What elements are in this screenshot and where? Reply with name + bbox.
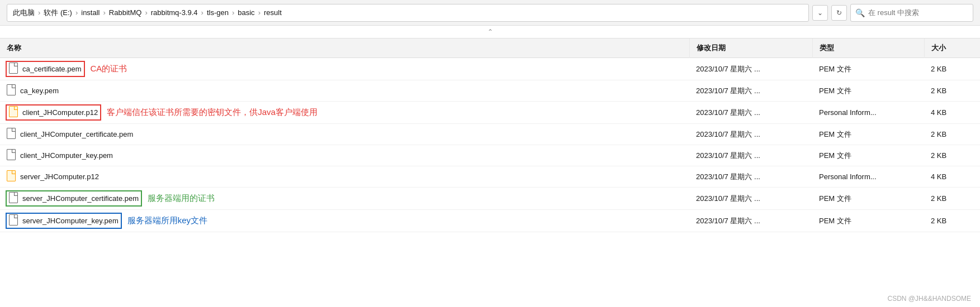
file-name-cell: client_JHComputer.p12客户端信任该证书所需要的密钥文件，供J… [0, 102, 689, 124]
file-name-cell: server_JHComputer.p12 [0, 166, 689, 188]
search-input[interactable] [868, 8, 968, 17]
address-controls: ⌄ ↻ [812, 5, 847, 21]
file-name: client_JHComputer_key.pem [20, 151, 113, 160]
pem-file-icon [9, 63, 18, 75]
table-row[interactable]: client_JHComputer_key.pem2023/10/7 星期六 .… [0, 145, 980, 166]
file-name-cell: server_JHComputer_key.pem服务器端所用key文件 [0, 210, 689, 232]
file-annotation: 服务器端用的证书 [148, 193, 215, 204]
file-size: 2 KB [924, 145, 980, 166]
file-name: server_JHComputer.p12 [20, 172, 99, 181]
col-name[interactable]: 名称 [0, 39, 689, 58]
dropdown-button[interactable]: ⌄ [812, 5, 828, 21]
table-row[interactable]: server_JHComputer_key.pem服务器端所用key文件2023… [0, 210, 980, 232]
file-name-cell: client_JHComputer_key.pem [0, 145, 689, 166]
file-modified: 2023/10/7 星期六 ... [689, 210, 812, 232]
file-name-cell: ca_key.pem [0, 80, 689, 102]
table-row[interactable]: server_JHComputer.p122023/10/7 星期六 ...Pe… [0, 166, 980, 188]
breadcrumb-separator: › [75, 8, 78, 17]
breadcrumb-item[interactable]: 此电脑 [13, 8, 35, 18]
breadcrumb-item[interactable]: 软件 (E:) [44, 8, 72, 18]
file-modified: 2023/10/7 星期六 ... [689, 188, 812, 210]
breadcrumb-separator: › [145, 8, 147, 17]
file-table: 名称 修改日期 类型 大小 ca_certificate.pemCA的证书202… [0, 39, 980, 232]
table-row[interactable]: ca_key.pem2023/10/7 星期六 ...PEM 文件2 KB [0, 80, 980, 102]
file-type: PEM 文件 [812, 145, 924, 166]
file-annotation: CA的证书 [91, 64, 127, 74]
file-size: 2 KB [924, 188, 980, 210]
file-type: PEM 文件 [812, 124, 924, 145]
file-size: 4 KB [924, 102, 980, 124]
file-modified: 2023/10/7 星期六 ... [689, 80, 812, 102]
breadcrumb[interactable]: 此电脑›软件 (E:)›install›RabbitMQ›rabbitmq-3.… [7, 4, 809, 22]
breadcrumb-separator: › [258, 8, 261, 17]
breadcrumb-separator: › [232, 8, 234, 17]
file-type: Personal Inform... [812, 166, 924, 188]
pem-file-icon [7, 149, 16, 162]
breadcrumb-separator: › [201, 8, 203, 17]
file-name-cell: ca_certificate.pemCA的证书 [0, 58, 689, 80]
p12-file-icon [9, 106, 18, 119]
file-modified: 2023/10/7 星期六 ... [689, 166, 812, 188]
breadcrumb-item[interactable]: result [264, 8, 282, 17]
file-size: 2 KB [924, 210, 980, 232]
file-size: 2 KB [924, 80, 980, 102]
search-box[interactable]: 🔍 [850, 4, 973, 22]
table-row[interactable]: ca_certificate.pemCA的证书2023/10/7 星期六 ...… [0, 58, 980, 80]
file-name: server_JHComputer_certificate.pem [22, 194, 139, 203]
refresh-button[interactable]: ↻ [831, 5, 847, 21]
file-type: PEM 文件 [812, 80, 924, 102]
pem-file-icon [7, 84, 16, 97]
file-size: 4 KB [924, 166, 980, 188]
file-name: server_JHComputer_key.pem [22, 217, 119, 225]
address-bar: 此电脑›软件 (E:)›install›RabbitMQ›rabbitmq-3.… [0, 0, 980, 26]
pem-file-icon [7, 128, 16, 141]
col-modified[interactable]: 修改日期 [689, 39, 812, 58]
file-type: PEM 文件 [812, 210, 924, 232]
file-annotation: 服务器端所用key文件 [127, 215, 207, 226]
table-row[interactable]: server_JHComputer_certificate.pem服务器端用的证… [0, 188, 980, 210]
file-name: client_JHComputer.p12 [22, 108, 98, 117]
file-size: 2 KB [924, 58, 980, 80]
file-name-cell: client_JHComputer_certificate.pem [0, 124, 689, 145]
watermark: CSDN @JH&&HANDSOME [887, 295, 971, 303]
breadcrumb-separator: › [38, 8, 40, 17]
file-name: ca_certificate.pem [22, 65, 82, 73]
file-modified: 2023/10/7 星期六 ... [689, 124, 812, 145]
file-size: 2 KB [924, 124, 980, 145]
file-modified: 2023/10/7 星期六 ... [689, 102, 812, 124]
file-name: ca_key.pem [20, 87, 59, 95]
breadcrumb-item[interactable]: install [81, 8, 100, 17]
search-icon: 🔍 [855, 8, 865, 17]
sort-indicator: ⌃ [0, 26, 980, 39]
col-size[interactable]: 大小 [924, 39, 980, 58]
file-type: Personal Inform... [812, 102, 924, 124]
table-row[interactable]: client_JHComputer_certificate.pem2023/10… [0, 124, 980, 145]
file-type: PEM 文件 [812, 58, 924, 80]
file-name-cell: server_JHComputer_certificate.pem服务器端用的证… [0, 188, 689, 210]
breadcrumb-item[interactable]: basic [238, 8, 254, 17]
table-row[interactable]: client_JHComputer.p12客户端信任该证书所需要的密钥文件，供J… [0, 102, 980, 124]
file-type: PEM 文件 [812, 188, 924, 210]
breadcrumb-separator: › [103, 8, 106, 17]
file-annotation: 客户端信任该证书所需要的密钥文件，供Java客户端使用 [107, 107, 318, 118]
table-header: 名称 修改日期 类型 大小 [0, 39, 980, 58]
pem-file-icon [9, 192, 18, 205]
breadcrumb-item[interactable]: rabbitmq-3.9.4 [151, 8, 198, 17]
file-modified: 2023/10/7 星期六 ... [689, 58, 812, 80]
breadcrumb-item[interactable]: RabbitMQ [109, 8, 142, 17]
p12-file-icon [7, 170, 16, 183]
pem-file-icon [9, 214, 18, 227]
col-type[interactable]: 类型 [812, 39, 924, 58]
file-modified: 2023/10/7 星期六 ... [689, 145, 812, 166]
file-name: client_JHComputer_certificate.pem [20, 130, 133, 138]
breadcrumb-item[interactable]: tls-gen [207, 8, 229, 17]
